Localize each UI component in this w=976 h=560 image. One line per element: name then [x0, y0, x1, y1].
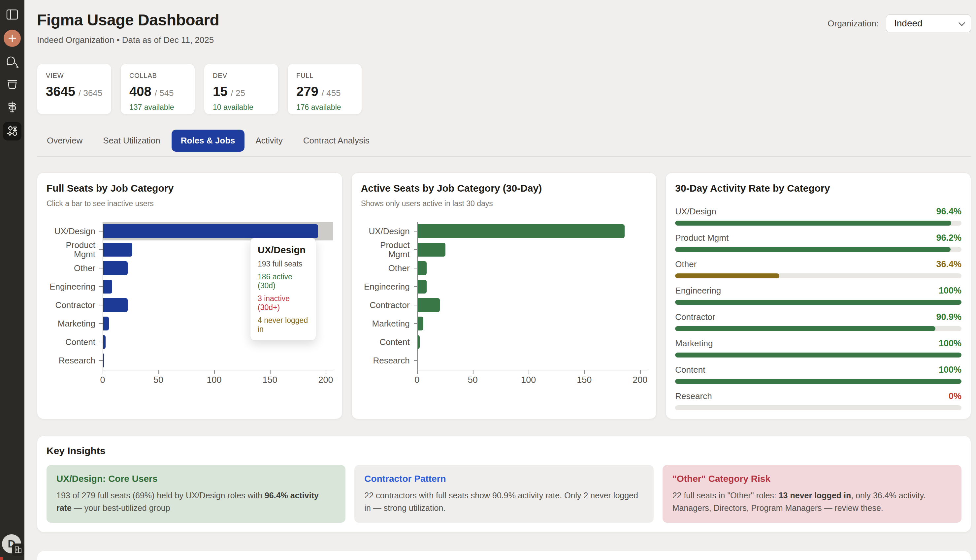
activity-percentage: 100%: [939, 338, 961, 348]
bar-engineering[interactable]: [103, 280, 112, 293]
activity-rate-list: UX/Design96.4%Product Mgmt96.2%Other36.4…: [675, 207, 961, 410]
panel-toggle-icon[interactable]: [5, 7, 20, 22]
bar-engineering[interactable]: [418, 280, 427, 293]
y-axis-label: Contractor: [361, 300, 414, 310]
stat-value: 15: [213, 84, 228, 99]
progress-track: [675, 300, 961, 305]
x-tick-label: 150: [263, 375, 277, 385]
y-axis-label: Content: [361, 337, 414, 347]
y-axis-label: UX/Design: [361, 227, 414, 236]
active-seats-bar-chart: UX/DesignProduct MgmtOtherEngineeringCon…: [361, 222, 647, 389]
progress-fill: [675, 221, 951, 226]
chat-icon[interactable]: [5, 55, 20, 69]
bar-row: Contractor: [361, 296, 647, 314]
y-tick: [414, 268, 417, 268]
y-tick: [414, 342, 417, 342]
activity-percentage: 100%: [939, 286, 961, 296]
y-axis-label: Marketing: [47, 319, 99, 328]
y-tick: [414, 286, 417, 287]
bar-marketing[interactable]: [418, 317, 423, 330]
signpost-icon[interactable]: [5, 100, 20, 114]
chevron-down-icon: [959, 20, 965, 26]
bar-row: Product Mgmt: [361, 240, 647, 259]
y-axis-label: Research: [361, 356, 414, 365]
chart-card-full-seats: Full Seats by Job Category Click a bar t…: [37, 172, 342, 419]
y-axis-label: UX/Design: [47, 227, 99, 236]
progress-fill: [675, 379, 961, 384]
tooltip-title: UX/Design: [258, 245, 309, 256]
activity-percentage: 96.4%: [936, 207, 961, 217]
chart-card-active-seats: Active Seats by Job Category (30-Day) Sh…: [351, 172, 657, 419]
stat-label: FULL: [296, 72, 353, 80]
user-avatar[interactable]: D: [2, 534, 22, 555]
stat-label: COLLAB: [129, 72, 186, 80]
new-item-button[interactable]: [3, 30, 21, 47]
plot-cell: [417, 351, 647, 370]
stat-card-view: VIEW 3645/ 3645: [37, 63, 112, 115]
tab-roles-jobs[interactable]: Roles & Jobs: [172, 130, 245, 152]
page-subtitle: Indeed Organization • Data as of Dec 11,…: [37, 35, 971, 45]
x-tick-label: 0: [100, 375, 105, 385]
main-content: Figma Usage Dashboard Indeed Organizatio…: [24, 0, 976, 560]
stat-available: 137 available: [129, 103, 186, 112]
bar-ux-design[interactable]: [103, 224, 318, 238]
insight-card-other-risk: "Other" Category Risk 22 full seats in "…: [662, 465, 961, 523]
insight-cards-row: UX/Design: Core Users 193 of 279 full se…: [47, 465, 961, 523]
activity-row: Engineering100%: [675, 286, 961, 305]
stat-value: 279: [296, 84, 319, 99]
x-tick-label: 150: [577, 375, 592, 385]
tooltip-line-active: 186 active (30d): [258, 272, 309, 290]
bar-row: UX/Design: [361, 222, 647, 240]
bar-content[interactable]: [418, 335, 420, 349]
y-tick: [99, 231, 103, 232]
y-tick: [99, 360, 103, 361]
x-axis: 050100150200: [417, 370, 647, 389]
bar-product-mgmt[interactable]: [418, 243, 445, 257]
tab-contract-analysis[interactable]: Contract Analysis: [294, 130, 379, 152]
tab-seat-utilization[interactable]: Seat Utilization: [94, 130, 169, 152]
tab-overview[interactable]: Overview: [38, 130, 92, 152]
stat-value: 3645: [46, 84, 75, 99]
bar-product-mgmt[interactable]: [103, 243, 132, 257]
activity-row: Content100%: [675, 365, 961, 384]
header: Figma Usage Dashboard Indeed Organizatio…: [37, 12, 971, 45]
stat-card-full: FULL 279/ 455 176 available: [287, 63, 362, 115]
bar-contractor[interactable]: [103, 298, 128, 312]
bar-ux-design[interactable]: [418, 224, 625, 238]
bar-contractor[interactable]: [418, 298, 440, 312]
activity-label: Research: [675, 391, 712, 402]
plot-cell: [417, 333, 647, 351]
bar-other[interactable]: [418, 261, 427, 275]
shapes-icon[interactable]: [3, 122, 22, 140]
bar-marketing[interactable]: [103, 317, 109, 330]
bar-row: Other: [361, 259, 647, 277]
y-tick: [414, 249, 417, 250]
bar-other[interactable]: [103, 261, 128, 275]
organization-selected-value: Indeed: [894, 18, 923, 29]
stat-card-collab: COLLAB 408/ 545 137 available: [120, 63, 195, 115]
chart-title: 30-Day Activity Rate by Category: [675, 183, 961, 194]
tab-activity[interactable]: Activity: [247, 130, 292, 152]
plot-cell: [417, 314, 647, 333]
x-tick-label: 100: [521, 375, 536, 385]
activity-label: Marketing: [675, 338, 713, 348]
plot-cell: [417, 296, 647, 314]
progress-track: [675, 353, 961, 358]
x-tick-label: 200: [319, 375, 333, 385]
progress-fill: [675, 353, 961, 358]
activity-percentage: 100%: [939, 365, 961, 375]
sidebar: D: [0, 0, 24, 560]
y-tick: [414, 323, 417, 324]
progress-fill: [675, 273, 779, 278]
plot-cell: [417, 259, 647, 277]
stat-denominator: / 25: [231, 88, 245, 98]
y-tick: [99, 342, 103, 342]
bar-row: Research: [361, 351, 647, 370]
box-icon[interactable]: [5, 77, 20, 92]
x-tick-label: 50: [468, 375, 478, 385]
activity-row: Contractor90.9%: [675, 312, 961, 331]
bar-content[interactable]: [103, 335, 105, 349]
organization-select[interactable]: Indeed: [886, 15, 971, 32]
bar-research[interactable]: [103, 353, 104, 367]
progress-fill: [675, 247, 951, 252]
